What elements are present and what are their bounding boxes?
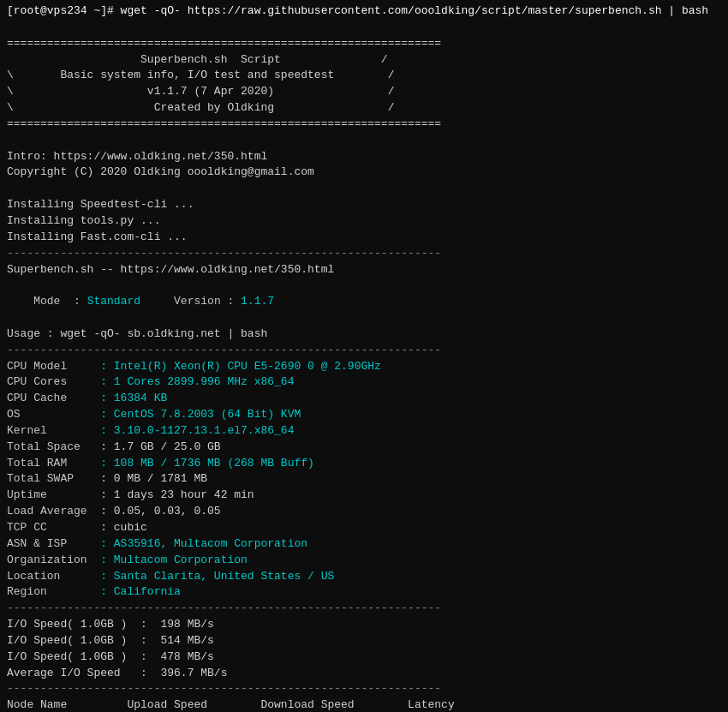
sysinfo-row-13: Location : Santa Clarita, United States … (7, 569, 721, 585)
sysinfo-value-7: : 0 MB / 1781 MB (100, 472, 207, 485)
io-row-0: I/O Speed( 1.0GB ) : 198 MB/s (7, 617, 721, 633)
sysinfo-row-5: Total Space : 1.7 GB / 25.0 GB (7, 440, 721, 456)
io-section: I/O Speed( 1.0GB ) : 198 MB/sI/O Speed( … (7, 617, 721, 681)
sysinfo-label-4: Kernel (7, 424, 100, 437)
sysinfo-value-12: : Multacom Corporation (100, 553, 248, 566)
terminal-window: [root@vps234 ~]# wget -qO- https://raw.g… (7, 3, 721, 712)
sysinfo-row-7: Total SWAP : 0 MB / 1781 MB (7, 471, 721, 488)
sysinfo-label-5: Total Space (7, 440, 100, 453)
sysinfo-row-6: Total RAM : 108 MB / 1736 MB (268 MB Buf… (7, 456, 721, 472)
sysinfo-row-12: Organization : Multacom Corporation (7, 553, 721, 569)
sysinfo-label-11: ASN & ISP (7, 537, 100, 550)
sysinfo-label-9: Load Average (7, 505, 100, 518)
version-label: Version : (140, 295, 241, 308)
separator-3: ----------------------------------------… (7, 246, 721, 262)
sysinfo-value-8: : 1 days 23 hour 42 min (100, 488, 254, 501)
sysinfo-row-14: Region : California (7, 584, 721, 601)
sysinfo-label-0: CPU Model (7, 360, 100, 373)
io-row-1: I/O Speed( 1.0GB ) : 514 MB/s (7, 633, 721, 649)
separator-6: ----------------------------------------… (7, 681, 721, 697)
install-line-2: Installing tools.py ... (7, 213, 721, 230)
sysinfo-row-1: CPU Cores : 1 Cores 2899.996 MHz x86_64 (7, 374, 721, 391)
sysinfo-value-13: : Santa Clarita, United States / US (100, 570, 334, 583)
sysinfo-row-8: Uptime : 1 days 23 hour 42 min (7, 488, 721, 504)
sysinfo-label-7: Total SWAP (7, 472, 100, 485)
copyright-line: Copyright (C) 2020 Oldking oooldking@gma… (7, 165, 721, 181)
install-line-3: Installing Fast.com-cli ... (7, 230, 721, 246)
sysinfo-value-10: : cubic (100, 521, 147, 534)
sysinfo-value-9: : 0.05, 0.03, 0.05 (100, 505, 220, 518)
sysinfo-value-0: : Intel(R) Xeon(R) CPU E5-2690 0 @ 2.90G… (100, 360, 381, 373)
header-line-3: \ v1.1.7 (7 Apr 2020) / (7, 84, 721, 100)
sysinfo-value-3: : CentOS 7.8.2003 (64 Bit) KVM (100, 408, 301, 421)
separator-4: ----------------------------------------… (7, 343, 721, 359)
sysinfo-label-10: TCP CC (7, 521, 100, 534)
mode-value: Standard (87, 295, 140, 308)
blank-line-3 (7, 181, 721, 197)
sysinfo-label-12: Organization (7, 553, 100, 566)
sysinfo-label-2: CPU Cache (7, 392, 100, 404)
sysinfo-label-3: OS (7, 408, 100, 421)
sysinfo-label-13: Location (7, 570, 100, 583)
io-row-2: I/O Speed( 1.0GB ) : 478 MB/s (7, 649, 721, 666)
sysinfo-label-14: Region (7, 585, 100, 598)
sysinfo-value-1: : 1 Cores 2899.996 MHz x86_64 (100, 375, 294, 388)
sysinfo-value-5: : 1.7 GB / 25.0 GB (100, 440, 220, 453)
sysinfo-value-14: : California (100, 585, 181, 598)
mode-line: Mode : Standard Version : 1.1.7 (7, 278, 721, 326)
sysinfo-section: CPU Model : Intel(R) Xeon(R) CPU E5-2690… (7, 359, 721, 601)
install-line-1: Installing Speedtest-cli ... (7, 197, 721, 213)
sysinfo-row-11: ASN & ISP : AS35916, Multacom Corporatio… (7, 536, 721, 553)
sysinfo-value-11: : AS35916, Multacom Corporation (100, 537, 307, 550)
superbench-url-line: Superbench.sh -- https://www.oldking.net… (7, 262, 721, 278)
intro-line: Intro: https://www.oldking.net/350.html (7, 149, 721, 165)
sysinfo-row-2: CPU Cache : 16384 KB (7, 391, 721, 407)
io-row-3: Average I/O Speed : 396.7 MB/s (7, 666, 721, 682)
sysinfo-label-6: Total RAM (7, 457, 100, 470)
separator-1: ========================================… (7, 36, 721, 52)
sysinfo-row-9: Load Average : 0.05, 0.03, 0.05 (7, 504, 721, 520)
sysinfo-row-4: Kernel : 3.10.0-1127.13.1.el7.x86_64 (7, 423, 721, 440)
header-line-2: \ Basic system info, I/O test and speedt… (7, 68, 721, 84)
sysinfo-value-6: : 108 MB / 1736 MB (268 MB Buff) (100, 457, 314, 470)
header-line-4: \ Created by Oldking / (7, 100, 721, 117)
blank-line-1 (7, 20, 721, 36)
speed-header-row: Node Name Upload Speed Download Speed La… (7, 697, 721, 712)
blank-line-2 (7, 133, 721, 149)
usage-line: Usage : wget -qO- sb.oldking.net | bash (7, 326, 721, 343)
sysinfo-label-8: Uptime (7, 488, 100, 501)
mode-label: Mode : (33, 295, 87, 308)
sysinfo-label-1: CPU Cores (7, 375, 100, 388)
separator-2: ========================================… (7, 117, 721, 133)
sysinfo-row-10: TCP CC : cubic (7, 520, 721, 536)
sysinfo-value-4: : 3.10.0-1127.13.1.el7.x86_64 (100, 424, 294, 437)
sysinfo-value-2: : 16384 KB (100, 392, 167, 404)
terminal-title: [root@vps234 ~]# wget -qO- https://raw.g… (7, 3, 721, 20)
header-line-1: Superbench.sh Script / (7, 52, 721, 69)
version-value: 1.1.7 (241, 295, 274, 308)
sysinfo-row-3: OS : CentOS 7.8.2003 (64 Bit) KVM (7, 407, 721, 423)
separator-5: ----------------------------------------… (7, 601, 721, 617)
sysinfo-row-0: CPU Model : Intel(R) Xeon(R) CPU E5-2690… (7, 359, 721, 375)
